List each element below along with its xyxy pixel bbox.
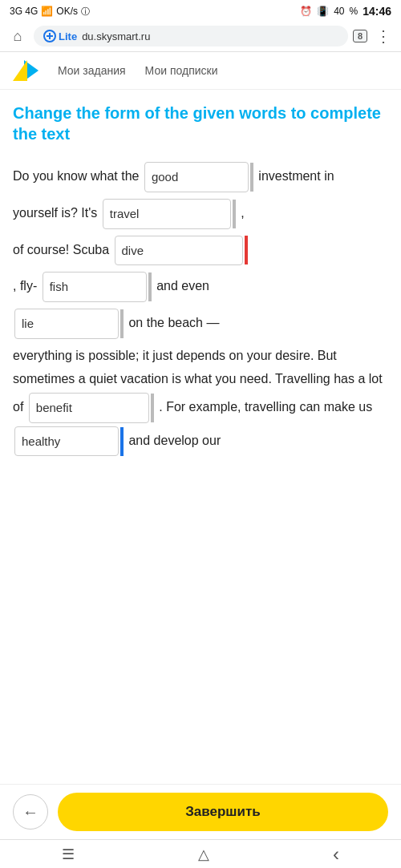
info-icon: ⓘ bbox=[81, 6, 90, 18]
para-long: everything is possible; it just depends … bbox=[13, 344, 388, 458]
back-icon: ← bbox=[22, 803, 38, 822]
text-mid8: and develop our bbox=[128, 434, 221, 447]
text-yourself: yourself is? It's bbox=[13, 206, 97, 220]
text-intro: Do you know what the bbox=[13, 169, 139, 183]
android-home-btn[interactable]: △ bbox=[198, 846, 209, 863]
status-bar: 3G 4G 📶 OK/s ⓘ ⏰ 📳 40% 14:46 bbox=[0, 0, 401, 21]
input-wrapper-4: fish bbox=[43, 272, 152, 302]
flag-6 bbox=[151, 394, 154, 422]
input-wrapper-3: dive bbox=[115, 236, 248, 266]
para-line-3: of course! Scuba dive bbox=[13, 234, 388, 268]
input-benefit[interactable]: benefit bbox=[29, 393, 149, 423]
back-button[interactable]: ← bbox=[13, 794, 48, 830]
flag-1 bbox=[250, 163, 253, 192]
para-line-4: , fly- fish and even bbox=[13, 270, 388, 304]
para-line-2: yourself is? It's travel , bbox=[13, 197, 388, 231]
input-healthy[interactable]: healthy bbox=[14, 426, 119, 457]
lite-label: Lite bbox=[59, 30, 77, 42]
logo-icon bbox=[13, 60, 38, 81]
para-line-5: lie on the beach — bbox=[13, 307, 388, 341]
input-wrapper-1: good bbox=[144, 162, 253, 192]
lite-badge: Lite bbox=[43, 30, 77, 42]
input-travel[interactable]: travel bbox=[103, 199, 231, 229]
input-fish[interactable]: fish bbox=[43, 272, 147, 302]
battery-level: 40 bbox=[334, 6, 344, 17]
input-dive[interactable]: dive bbox=[115, 236, 243, 266]
android-nav: ☰ △ ‹ bbox=[0, 839, 401, 868]
finish-button[interactable]: Завершить bbox=[58, 793, 388, 831]
status-left: 3G 4G 📶 OK/s ⓘ bbox=[10, 6, 90, 18]
exercise-text: Do you know what the good investment in … bbox=[13, 160, 388, 458]
flag-4 bbox=[148, 273, 152, 301]
battery-pct-sign: % bbox=[350, 6, 358, 17]
address-bar[interactable]: Lite du.skysmart.ru bbox=[34, 26, 348, 46]
text-mid7: . For example, travelling can make us bbox=[159, 400, 372, 414]
lite-circle-icon bbox=[43, 30, 56, 42]
text-andeven: and even bbox=[156, 279, 209, 293]
main-content: Change the form of the given words to co… bbox=[0, 90, 401, 541]
wifi-icon: 📶 bbox=[41, 6, 53, 17]
para-line-1: Do you know what the good investment in bbox=[13, 160, 388, 194]
signal-text: 3G 4G bbox=[10, 6, 38, 17]
flag-5 bbox=[120, 309, 124, 338]
tab-count[interactable]: 8 bbox=[353, 30, 367, 42]
android-menu-btn[interactable]: ☰ bbox=[62, 846, 75, 863]
browser-menu-icon[interactable]: ⋮ bbox=[372, 26, 395, 46]
android-back-btn[interactable]: ‹ bbox=[333, 843, 339, 866]
status-right: ⏰ 📳 40% 14:46 bbox=[300, 5, 391, 18]
my-tasks-link[interactable]: Мои задания bbox=[58, 64, 126, 77]
home-icon[interactable]: ⌂ bbox=[6, 28, 29, 45]
text-onbeach: on the beach — bbox=[128, 316, 219, 329]
task-title: Change the form of the given words to co… bbox=[13, 103, 388, 144]
text-comma: , bbox=[241, 206, 244, 220]
text-mid1: investment in bbox=[258, 169, 334, 183]
flag-7 bbox=[120, 427, 124, 456]
alarm-icon: ⏰ bbox=[300, 6, 312, 17]
browser-bar: ⌂ Lite du.skysmart.ru 8 ⋮ bbox=[0, 21, 401, 52]
vibrate-icon: 📳 bbox=[317, 6, 329, 17]
time-display: 14:46 bbox=[363, 5, 391, 18]
flag-3 bbox=[245, 236, 248, 264]
text-fly: , fly- bbox=[13, 279, 37, 293]
input-wrapper-6: benefit bbox=[29, 393, 154, 423]
input-wrapper-2: travel bbox=[103, 199, 236, 229]
input-lie[interactable]: lie bbox=[14, 309, 119, 339]
bottom-bar: ← Завершить bbox=[0, 784, 401, 839]
input-wrapper-7: healthy bbox=[14, 426, 124, 457]
logo-yellow-triangle bbox=[13, 60, 27, 81]
speed-text: OK/s bbox=[56, 6, 78, 17]
flag-2 bbox=[233, 200, 236, 228]
nav-bar: Мои задания Мои подписки bbox=[0, 52, 401, 90]
my-subscriptions-link[interactable]: Мои подписки bbox=[145, 64, 218, 77]
input-good[interactable]: good bbox=[144, 162, 249, 192]
input-wrapper-5: lie bbox=[14, 309, 124, 339]
url-text: du.skysmart.ru bbox=[82, 30, 150, 42]
text-ofcourse: of course! Scuba bbox=[13, 243, 109, 256]
